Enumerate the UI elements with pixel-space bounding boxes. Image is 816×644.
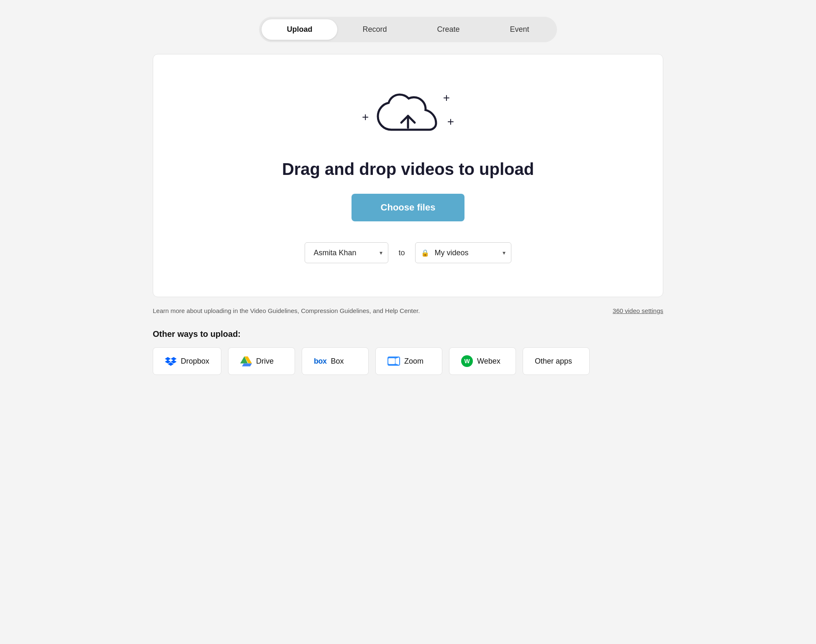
drag-drop-text: Drag and drop videos to upload [282,160,534,179]
info-text: Learn more about uploading in the Video … [153,307,420,314]
account-select[interactable]: Asmita Khan [305,242,388,263]
zoom-label: Zoom [404,357,423,366]
other-ways-label: Other ways to upload: [153,329,663,339]
settings-link[interactable]: 360 video settings [613,307,663,314]
svg-rect-12 [388,358,395,364]
dropbox-icon [165,355,177,367]
box-icon: box [314,357,327,366]
app-card-drive[interactable]: Drive [228,347,295,375]
plus-decoration-left: + [362,111,369,123]
upload-cloud-icon-wrapper: + + + [362,88,454,146]
page-container: Upload Record Create Event + + + Drag an… [153,17,663,375]
cloud-upload-icon [375,92,441,142]
tab-event[interactable]: Event [485,19,554,40]
app-card-dropbox[interactable]: Dropbox [153,347,221,375]
choose-files-button[interactable]: Choose files [352,194,465,221]
tab-bar: Upload Record Create Event [259,17,557,42]
app-card-other[interactable]: Other apps [523,347,590,375]
account-select-wrapper: Asmita Khan ▾ [305,242,388,263]
destination-select[interactable]: My videos [415,242,511,263]
tab-upload[interactable]: Upload [262,19,337,40]
box-label: Box [331,357,344,366]
svg-text:W: W [464,358,470,364]
webex-label: Webex [477,357,500,366]
to-label: to [398,249,405,257]
zoom-icon [387,357,400,366]
app-card-box[interactable]: box Box [302,347,369,375]
other-ways-section: Other ways to upload: Dropbox [153,329,663,375]
dropbox-label: Dropbox [181,357,209,366]
app-card-zoom[interactable]: Zoom [375,347,442,375]
svg-marker-11 [395,357,399,365]
other-apps-label: Other apps [535,357,572,366]
plus-decoration-top-right: + [443,92,450,104]
destination-select-wrapper: 🔒 My videos ▾ [415,242,511,263]
drive-icon [240,355,252,367]
tab-create[interactable]: Create [412,19,485,40]
account-destination-row: Asmita Khan ▾ to 🔒 My videos ▾ [305,242,511,263]
app-card-webex[interactable]: W Webex [449,347,516,375]
webex-icon: W [461,355,473,367]
info-bar: Learn more about uploading in the Video … [153,307,663,314]
drive-label: Drive [256,357,274,366]
plus-decoration-right: + [447,116,454,128]
tab-record[interactable]: Record [337,19,412,40]
other-apps-row: Dropbox Drive box Box [153,347,663,375]
svg-marker-9 [242,364,252,367]
upload-drop-area[interactable]: + + + Drag and drop videos to upload Cho… [153,54,663,297]
